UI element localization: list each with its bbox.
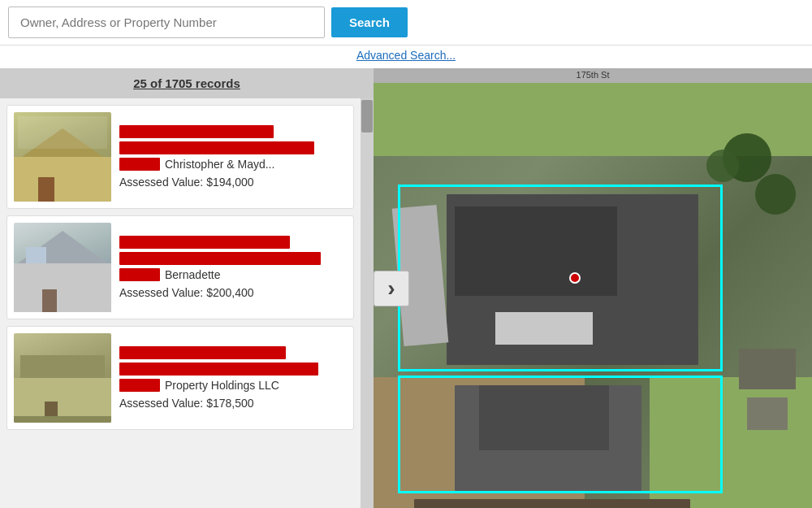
tree-2: [706, 150, 739, 182]
redacted-bar-1a: [119, 125, 274, 138]
records-list: Christopher & Mayd... Assessed Value: $1…: [0, 98, 361, 508]
scrollbar-thumb[interactable]: [361, 100, 373, 132]
property-card[interactable]: Christopher & Mayd... Assessed Value: $1…: [6, 105, 354, 209]
redacted-bar-2b: [119, 252, 321, 265]
search-button[interactable]: Search: [331, 7, 408, 37]
property-image-3: [14, 333, 111, 423]
assessed-value-1: Assessed Value: $194,000: [119, 176, 347, 189]
small-structure-1: [739, 349, 796, 389]
property-image-2: [14, 223, 111, 312]
building-annex: [495, 312, 593, 345]
owner-name-3: Property Holdings LLC: [165, 379, 279, 392]
left-panel-inner: Christopher & Mayd... Assessed Value: $1…: [0, 98, 374, 508]
map-area[interactable]: 175th St ›: [374, 68, 812, 508]
property-details-2: Bernadette Assessed Value: $200,400: [119, 223, 347, 312]
redacted-bar-2a: [119, 236, 290, 249]
property-card-3[interactable]: Property Holdings LLC Assessed Value: $1…: [6, 326, 354, 430]
redacted-bar-3a: [119, 346, 286, 359]
owner-row-2: Bernadette: [119, 268, 347, 281]
scrollbar-track[interactable]: [361, 98, 374, 508]
building-3: [414, 499, 690, 508]
main-content: 25 of 1705 records: [0, 68, 812, 508]
advanced-search-row: Advanced Search...: [0, 46, 812, 68]
left-panel: 25 of 1705 records: [0, 68, 374, 508]
redacted-bar-3b: [119, 363, 318, 376]
location-marker: [569, 272, 581, 284]
small-structure-2: [747, 397, 788, 430]
yard-3: [650, 377, 812, 508]
assessed-value-2: Assessed Value: $200,400: [119, 286, 347, 299]
chevron-right-icon: ›: [387, 276, 395, 302]
owner-name-1: Christopher & Mayd...: [165, 158, 274, 171]
owner-badge-3: [119, 379, 160, 392]
assessed-value-3: Assessed Value: $178,500: [119, 397, 347, 410]
redacted-bar-1b: [119, 141, 314, 154]
advanced-search-link[interactable]: Advanced Search...: [8, 49, 804, 62]
building-2-detail: [479, 385, 609, 450]
property-details-1: Christopher & Mayd... Assessed Value: $1…: [119, 112, 347, 202]
search-input[interactable]: [8, 7, 325, 38]
property-details-3: Property Holdings LLC Assessed Value: $1…: [119, 333, 347, 423]
property-card-2[interactable]: Bernadette Assessed Value: $200,400: [6, 215, 354, 319]
map-nav-button[interactable]: ›: [374, 271, 409, 306]
property-image-1: [14, 112, 111, 202]
road-label: 175th St: [577, 70, 610, 80]
building-roof-main: [455, 206, 617, 296]
owner-badge-2: [119, 268, 160, 281]
owner-badge-1: [119, 158, 160, 171]
owner-row-3: Property Holdings LLC: [119, 379, 347, 392]
owner-name-2: Bernadette: [165, 268, 221, 281]
road-175th-st: 175th St: [374, 68, 812, 83]
search-bar: Search: [0, 0, 812, 46]
records-header[interactable]: 25 of 1705 records: [0, 68, 374, 98]
tree-3: [755, 174, 796, 215]
owner-row-1: Christopher & Mayd...: [119, 158, 347, 171]
